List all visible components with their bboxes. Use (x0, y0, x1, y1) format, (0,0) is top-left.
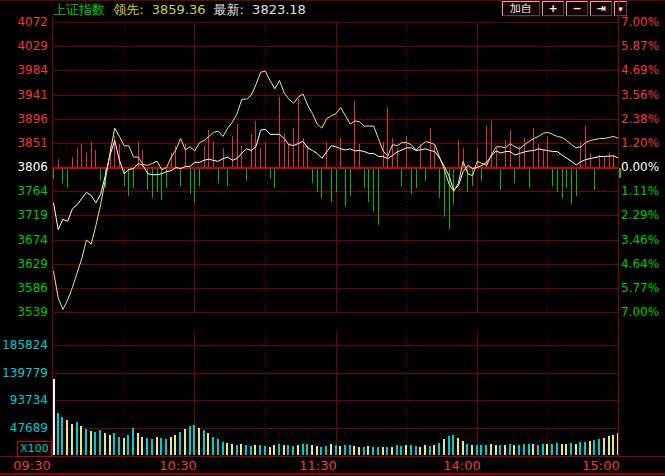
last-price-marker (619, 168, 621, 178)
time-axis-line (0, 456, 665, 457)
pct-axis-label: 2.29% (621, 209, 659, 222)
zoom-out-button[interactable]: − (566, 1, 588, 16)
next-period-button[interactable]: ⇥ (590, 1, 612, 16)
last-label: 最新: (214, 2, 244, 17)
price-axis-label: 3941 (0, 89, 48, 102)
page-title: 上证指数 (53, 2, 105, 17)
time-axis-label: 14:00 (443, 458, 480, 473)
pct-axis-label: 5.77% (621, 282, 659, 295)
price-axis-label: 3851 (0, 137, 48, 150)
price-axis-label: 3764 (0, 185, 48, 198)
volume-chart[interactable] (53, 331, 618, 456)
pct-axis-label: 3.56% (621, 89, 659, 102)
volume-unit-label: X100 (17, 441, 52, 457)
chart-toolbar: 加自选 + − ⇥ ▾ (501, 1, 628, 17)
pct-axis-label: 0.00% (621, 161, 659, 174)
lead-value: 3859.36 (152, 2, 206, 17)
price-axis-label: 3896 (0, 113, 48, 126)
pct-axis-label: 7.00% (621, 16, 659, 29)
volume-axis-label: 139779 (0, 367, 48, 380)
zoom-in-button[interactable]: + (542, 1, 564, 16)
time-axis-label: 09:30 (13, 458, 50, 473)
lead-label: 领先: (113, 2, 143, 17)
pct-axis-label: 1.20% (621, 137, 659, 150)
time-axis-label: 11:30 (299, 458, 336, 473)
pct-axis-label: 5.87% (621, 40, 659, 53)
header-bar: 上证指数 领先: 3859.36 最新: 3823.18 (53, 1, 310, 17)
price-chart[interactable] (53, 17, 618, 331)
price-axis-label: 3539 (0, 306, 48, 319)
add-to-watchlist-button[interactable]: 加自选 (502, 1, 540, 16)
dropdown-button[interactable]: ▾ (614, 1, 627, 16)
price-axis-label: 3674 (0, 234, 48, 247)
pct-axis-label: 1.11% (621, 185, 659, 198)
pct-axis-label: 2.38% (621, 113, 659, 126)
price-axis-label: 3719 (0, 209, 48, 222)
stock-intraday-window: 上证指数 领先: 3859.36 最新: 3823.18 加自选 + − ⇥ ▾… (0, 0, 665, 476)
price-axis-label: 3586 (0, 282, 48, 295)
price-axis-label: 3629 (0, 258, 48, 271)
window-top-border (0, 0, 665, 1)
volume-axis-label: 47689 (0, 422, 48, 435)
price-axis-label: 4072 (0, 16, 48, 29)
volume-axis-label: 93734 (0, 394, 48, 407)
last-value: 3823.18 (252, 2, 306, 17)
pct-axis-label: 3.46% (621, 234, 659, 247)
pct-axis-label: 4.69% (621, 64, 659, 77)
volume-axis-label: 185824 (0, 339, 48, 352)
time-axis-label: 10:30 (159, 458, 196, 473)
pane-right-border (618, 0, 619, 456)
price-axis-label: 3806 (0, 161, 48, 174)
window-bottom-border (0, 473, 665, 475)
price-axis-label: 4029 (0, 40, 48, 53)
time-axis-label: 15:00 (582, 458, 619, 473)
pct-axis-label: 7.00% (621, 306, 659, 319)
price-axis-label: 3984 (0, 64, 48, 77)
pct-axis-label: 4.64% (621, 258, 659, 271)
